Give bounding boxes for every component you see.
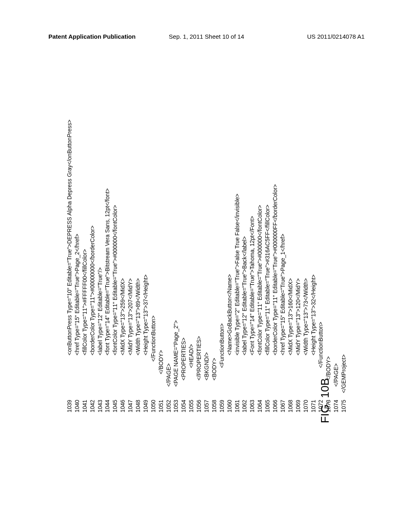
line-number: 1068 bbox=[286, 393, 294, 412]
code-line: 1063 <Font Type="14" Editable="True">Tah… bbox=[248, 120, 256, 412]
code-line: 1072 </FunctionButton> bbox=[317, 120, 325, 412]
line-number: 1074 bbox=[332, 393, 340, 412]
line-text: <Width Type="13">89</Width> bbox=[134, 278, 142, 355]
line-number: 1065 bbox=[264, 393, 271, 412]
code-line: 1039 <onButtonPress Type="10" Editable="… bbox=[66, 120, 73, 412]
line-number: 1055 bbox=[188, 393, 195, 412]
code-line: 1054 <PROPERTIES> bbox=[180, 120, 188, 412]
line-indent bbox=[210, 380, 218, 393]
code-line: 1042 <borderColor Type="11">#00000000</b… bbox=[88, 120, 96, 412]
line-text: <PROPERTIES> bbox=[180, 338, 188, 380]
line-indent bbox=[127, 355, 134, 393]
line-number: 1043 bbox=[96, 393, 104, 412]
line-indent bbox=[88, 355, 96, 393]
line-indent bbox=[233, 355, 241, 393]
line-number: 1039 bbox=[66, 393, 73, 412]
line-number: 1075 bbox=[340, 393, 348, 412]
line-text: <fillColor Type="11" Editable="True">#31… bbox=[264, 205, 271, 355]
line-text: <borderColor Type="11">#00000000</border… bbox=[88, 226, 96, 355]
code-line: 1055 <HEAD/> bbox=[188, 120, 195, 412]
line-text: <Height Type="13">32</Height> bbox=[309, 274, 317, 355]
code-line: 1074 </PAGE> bbox=[332, 120, 340, 412]
code-line: 1067 <href Type="15" Editable="True">Pag… bbox=[279, 120, 286, 412]
line-indent bbox=[332, 387, 340, 393]
line-text: <fontColor Type="11" Editable="True">#00… bbox=[256, 205, 264, 355]
code-line: 1048 <Width Type="13">89</Width> bbox=[134, 120, 142, 412]
line-number: 1056 bbox=[195, 393, 203, 412]
line-number: 1053 bbox=[172, 393, 180, 412]
line-number: 1063 bbox=[248, 393, 256, 412]
line-indent bbox=[111, 355, 119, 393]
line-text: </FunctionButton> bbox=[317, 322, 325, 368]
line-text: <Width Type="13">73</Width> bbox=[302, 278, 309, 355]
line-indent bbox=[96, 355, 104, 393]
line-text: <href Type="15" Editable="True">Page_2</… bbox=[73, 234, 81, 355]
line-text: <href Type="15" Editable="True">Page_1</… bbox=[279, 234, 286, 355]
line-number: 1071 bbox=[309, 393, 317, 412]
line-number: 1066 bbox=[271, 393, 279, 412]
line-number: 1067 bbox=[279, 393, 286, 412]
code-line: 1059 <FunctionButton> bbox=[218, 120, 225, 412]
line-text: <FunctionButton> bbox=[218, 323, 225, 368]
code-line: 1044 <font Type="14" Editable="True">Bit… bbox=[104, 120, 111, 412]
line-text: <Name>GoBackButton</Name> bbox=[225, 274, 233, 355]
line-number: 1061 bbox=[233, 393, 241, 412]
line-number: 1059 bbox=[218, 393, 225, 412]
line-text: <MidX Type="13">160</MidX> bbox=[286, 278, 294, 355]
line-number: 1042 bbox=[88, 393, 96, 412]
code-line: 1043 <label Type="12" Editable="True"/> bbox=[96, 120, 104, 412]
code-line: 1066 <borderColor Type="11" Editable="Tr… bbox=[271, 120, 279, 412]
line-text: <Height Type="13">37</Height> bbox=[142, 274, 149, 355]
code-line: 1068 <MidX Type="13">160</MidX> bbox=[286, 120, 294, 412]
line-indent bbox=[165, 387, 172, 393]
code-line: 1057 <BKGND/> bbox=[203, 120, 211, 412]
code-line: 1075</GEMProject> bbox=[340, 120, 348, 412]
code-line: 1040 <href Type="15" Editable="True">Pag… bbox=[73, 120, 81, 412]
line-indent bbox=[302, 355, 309, 393]
code-line: 1070 <Width Type="13">73</Width> bbox=[302, 120, 309, 412]
line-indent bbox=[66, 355, 73, 393]
code-line: 1047 <MidY Type="13">207</MidY> bbox=[127, 120, 134, 412]
line-number: 1069 bbox=[294, 393, 302, 412]
line-text: <MidY Type="13">207</MidY> bbox=[127, 278, 134, 355]
code-line: 1071 <Height Type="13">32</Height> bbox=[309, 120, 317, 412]
line-text: <onButtonPress Type="10" Editable="True"… bbox=[66, 120, 73, 355]
code-line: 1073 </BODY> bbox=[325, 120, 332, 412]
code-line: 1065 <fillColor Type="11" Editable="True… bbox=[264, 120, 271, 412]
line-number: 1060 bbox=[225, 393, 233, 412]
line-text: <font Type="14" Editable="True">Bitstrea… bbox=[104, 188, 111, 355]
line-indent bbox=[149, 362, 157, 393]
line-indent bbox=[157, 374, 165, 393]
line-indent bbox=[241, 355, 248, 393]
code-line: 1050 </FunctionButton> bbox=[149, 120, 157, 412]
code-line: 1064 <fontColor Type="11" Editable="True… bbox=[256, 120, 264, 412]
line-text: </GEMProject> bbox=[340, 354, 348, 393]
line-indent bbox=[195, 380, 203, 393]
line-text: <Font Type="14" Editable="True">Tahoma, … bbox=[248, 216, 256, 355]
line-text: <label Type="12" Editable="True"/> bbox=[96, 267, 104, 355]
line-indent bbox=[225, 355, 233, 393]
line-indent bbox=[256, 355, 264, 393]
code-line: 1058 <BODY> bbox=[210, 120, 218, 412]
line-indent bbox=[286, 355, 294, 393]
line-indent bbox=[119, 355, 127, 393]
line-text: <borderColor Type="11" Editable="True">#… bbox=[271, 184, 279, 355]
code-line: 1052 </PAGE> bbox=[165, 120, 172, 412]
line-text: </FunctionButton> bbox=[149, 316, 157, 362]
line-text: <MidY Type="13">120</MidY> bbox=[294, 278, 302, 355]
line-indent bbox=[203, 380, 211, 393]
line-indent bbox=[73, 355, 81, 393]
line-text: <label Type="12" Editable="True">Back</l… bbox=[241, 236, 248, 355]
line-number: 1058 bbox=[210, 393, 218, 412]
line-text: </PAGE> bbox=[165, 363, 172, 387]
line-indent bbox=[81, 355, 88, 393]
line-number: 1051 bbox=[157, 393, 165, 412]
code-line: 1049 <Height Type="13">37</Height> bbox=[142, 120, 149, 412]
line-number: 1052 bbox=[165, 393, 172, 412]
code-line: 1046 <MidX Type="13">259</MidX> bbox=[119, 120, 127, 412]
line-text: <BKGND/> bbox=[203, 352, 211, 380]
code-line: 1053 <PAGE NAME="Page_2"> bbox=[172, 120, 180, 412]
line-text: </BODY> bbox=[157, 350, 165, 374]
line-number: 1050 bbox=[149, 393, 157, 412]
code-line: 1051 </BODY> bbox=[157, 120, 165, 412]
